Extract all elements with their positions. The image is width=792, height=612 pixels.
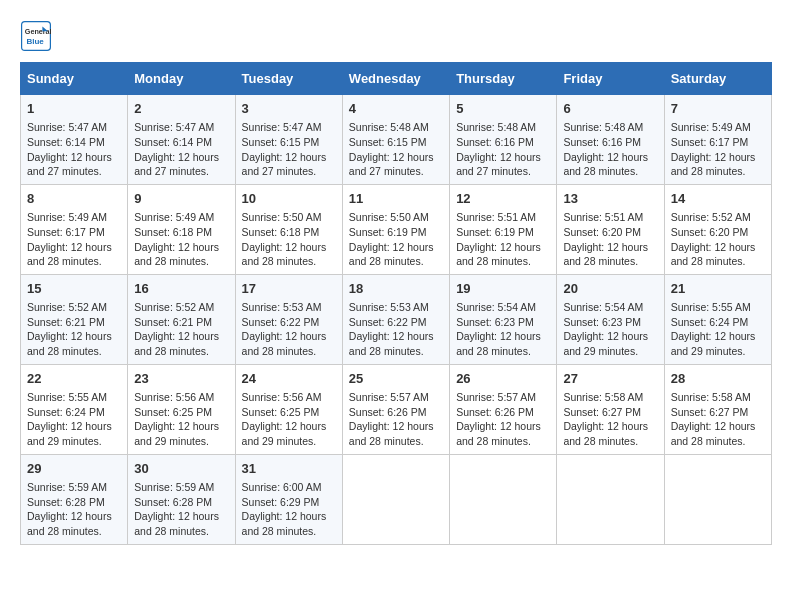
day-info: Sunrise: 5:56 AMSunset: 6:25 PMDaylight:… (242, 390, 336, 449)
day-number: 28 (671, 370, 765, 388)
header-cell-friday: Friday (557, 63, 664, 95)
day-info: Sunrise: 5:49 AMSunset: 6:17 PMDaylight:… (27, 210, 121, 269)
day-number: 18 (349, 280, 443, 298)
header-cell-saturday: Saturday (664, 63, 771, 95)
day-cell: 27Sunrise: 5:58 AMSunset: 6:27 PMDayligh… (557, 364, 664, 454)
day-info: Sunrise: 5:47 AMSunset: 6:14 PMDaylight:… (27, 120, 121, 179)
day-cell: 4Sunrise: 5:48 AMSunset: 6:15 PMDaylight… (342, 95, 449, 185)
day-number: 9 (134, 190, 228, 208)
day-number: 2 (134, 100, 228, 118)
day-number: 25 (349, 370, 443, 388)
day-info: Sunrise: 5:50 AMSunset: 6:19 PMDaylight:… (349, 210, 443, 269)
day-info: Sunrise: 5:52 AMSunset: 6:20 PMDaylight:… (671, 210, 765, 269)
day-info: Sunrise: 5:48 AMSunset: 6:15 PMDaylight:… (349, 120, 443, 179)
day-info: Sunrise: 5:50 AMSunset: 6:18 PMDaylight:… (242, 210, 336, 269)
day-number: 26 (456, 370, 550, 388)
header-cell-monday: Monday (128, 63, 235, 95)
day-info: Sunrise: 5:51 AMSunset: 6:20 PMDaylight:… (563, 210, 657, 269)
day-number: 29 (27, 460, 121, 478)
day-cell: 29Sunrise: 5:59 AMSunset: 6:28 PMDayligh… (21, 454, 128, 544)
day-info: Sunrise: 5:59 AMSunset: 6:28 PMDaylight:… (134, 480, 228, 539)
day-number: 6 (563, 100, 657, 118)
day-number: 30 (134, 460, 228, 478)
day-number: 15 (27, 280, 121, 298)
day-cell: 20Sunrise: 5:54 AMSunset: 6:23 PMDayligh… (557, 274, 664, 364)
day-info: Sunrise: 5:48 AMSunset: 6:16 PMDaylight:… (563, 120, 657, 179)
day-info: Sunrise: 5:53 AMSunset: 6:22 PMDaylight:… (242, 300, 336, 359)
day-cell (342, 454, 449, 544)
day-cell: 15Sunrise: 5:52 AMSunset: 6:21 PMDayligh… (21, 274, 128, 364)
day-cell: 5Sunrise: 5:48 AMSunset: 6:16 PMDaylight… (450, 95, 557, 185)
day-cell: 26Sunrise: 5:57 AMSunset: 6:26 PMDayligh… (450, 364, 557, 454)
day-number: 31 (242, 460, 336, 478)
day-cell: 6Sunrise: 5:48 AMSunset: 6:16 PMDaylight… (557, 95, 664, 185)
day-cell: 7Sunrise: 5:49 AMSunset: 6:17 PMDaylight… (664, 95, 771, 185)
day-number: 21 (671, 280, 765, 298)
day-info: Sunrise: 5:49 AMSunset: 6:18 PMDaylight:… (134, 210, 228, 269)
header-cell-tuesday: Tuesday (235, 63, 342, 95)
day-number: 10 (242, 190, 336, 208)
day-cell (664, 454, 771, 544)
day-cell (450, 454, 557, 544)
day-number: 12 (456, 190, 550, 208)
day-cell: 22Sunrise: 5:55 AMSunset: 6:24 PMDayligh… (21, 364, 128, 454)
svg-text:General: General (25, 27, 52, 36)
day-info: Sunrise: 5:59 AMSunset: 6:28 PMDaylight:… (27, 480, 121, 539)
page-header: General Blue (20, 20, 772, 52)
week-row-2: 8Sunrise: 5:49 AMSunset: 6:17 PMDaylight… (21, 184, 772, 274)
day-cell: 18Sunrise: 5:53 AMSunset: 6:22 PMDayligh… (342, 274, 449, 364)
week-row-5: 29Sunrise: 5:59 AMSunset: 6:28 PMDayligh… (21, 454, 772, 544)
day-cell: 10Sunrise: 5:50 AMSunset: 6:18 PMDayligh… (235, 184, 342, 274)
day-info: Sunrise: 5:57 AMSunset: 6:26 PMDaylight:… (456, 390, 550, 449)
day-number: 11 (349, 190, 443, 208)
logo-icon: General Blue (20, 20, 52, 52)
day-info: Sunrise: 5:58 AMSunset: 6:27 PMDaylight:… (563, 390, 657, 449)
day-info: Sunrise: 5:52 AMSunset: 6:21 PMDaylight:… (134, 300, 228, 359)
day-cell: 25Sunrise: 5:57 AMSunset: 6:26 PMDayligh… (342, 364, 449, 454)
day-cell: 17Sunrise: 5:53 AMSunset: 6:22 PMDayligh… (235, 274, 342, 364)
day-info: Sunrise: 5:51 AMSunset: 6:19 PMDaylight:… (456, 210, 550, 269)
header-row: SundayMondayTuesdayWednesdayThursdayFrid… (21, 63, 772, 95)
day-cell: 1Sunrise: 5:47 AMSunset: 6:14 PMDaylight… (21, 95, 128, 185)
day-info: Sunrise: 5:54 AMSunset: 6:23 PMDaylight:… (456, 300, 550, 359)
day-cell: 24Sunrise: 5:56 AMSunset: 6:25 PMDayligh… (235, 364, 342, 454)
day-number: 24 (242, 370, 336, 388)
header-cell-thursday: Thursday (450, 63, 557, 95)
day-cell: 12Sunrise: 5:51 AMSunset: 6:19 PMDayligh… (450, 184, 557, 274)
day-cell: 21Sunrise: 5:55 AMSunset: 6:24 PMDayligh… (664, 274, 771, 364)
day-info: Sunrise: 5:48 AMSunset: 6:16 PMDaylight:… (456, 120, 550, 179)
day-info: Sunrise: 5:53 AMSunset: 6:22 PMDaylight:… (349, 300, 443, 359)
logo: General Blue (20, 20, 56, 52)
day-number: 22 (27, 370, 121, 388)
day-number: 16 (134, 280, 228, 298)
day-cell: 9Sunrise: 5:49 AMSunset: 6:18 PMDaylight… (128, 184, 235, 274)
day-cell: 16Sunrise: 5:52 AMSunset: 6:21 PMDayligh… (128, 274, 235, 364)
day-cell: 23Sunrise: 5:56 AMSunset: 6:25 PMDayligh… (128, 364, 235, 454)
week-row-4: 22Sunrise: 5:55 AMSunset: 6:24 PMDayligh… (21, 364, 772, 454)
day-info: Sunrise: 5:47 AMSunset: 6:14 PMDaylight:… (134, 120, 228, 179)
day-info: Sunrise: 6:00 AMSunset: 6:29 PMDaylight:… (242, 480, 336, 539)
day-number: 3 (242, 100, 336, 118)
day-cell: 30Sunrise: 5:59 AMSunset: 6:28 PMDayligh… (128, 454, 235, 544)
day-number: 17 (242, 280, 336, 298)
header-cell-wednesday: Wednesday (342, 63, 449, 95)
day-cell: 28Sunrise: 5:58 AMSunset: 6:27 PMDayligh… (664, 364, 771, 454)
week-row-3: 15Sunrise: 5:52 AMSunset: 6:21 PMDayligh… (21, 274, 772, 364)
day-cell (557, 454, 664, 544)
day-number: 27 (563, 370, 657, 388)
day-info: Sunrise: 5:55 AMSunset: 6:24 PMDaylight:… (671, 300, 765, 359)
day-cell: 31Sunrise: 6:00 AMSunset: 6:29 PMDayligh… (235, 454, 342, 544)
day-info: Sunrise: 5:47 AMSunset: 6:15 PMDaylight:… (242, 120, 336, 179)
day-info: Sunrise: 5:52 AMSunset: 6:21 PMDaylight:… (27, 300, 121, 359)
day-info: Sunrise: 5:58 AMSunset: 6:27 PMDaylight:… (671, 390, 765, 449)
day-number: 1 (27, 100, 121, 118)
day-cell: 14Sunrise: 5:52 AMSunset: 6:20 PMDayligh… (664, 184, 771, 274)
day-number: 13 (563, 190, 657, 208)
day-number: 5 (456, 100, 550, 118)
day-info: Sunrise: 5:55 AMSunset: 6:24 PMDaylight:… (27, 390, 121, 449)
week-row-1: 1Sunrise: 5:47 AMSunset: 6:14 PMDaylight… (21, 95, 772, 185)
day-number: 14 (671, 190, 765, 208)
day-number: 8 (27, 190, 121, 208)
day-info: Sunrise: 5:56 AMSunset: 6:25 PMDaylight:… (134, 390, 228, 449)
day-cell: 8Sunrise: 5:49 AMSunset: 6:17 PMDaylight… (21, 184, 128, 274)
